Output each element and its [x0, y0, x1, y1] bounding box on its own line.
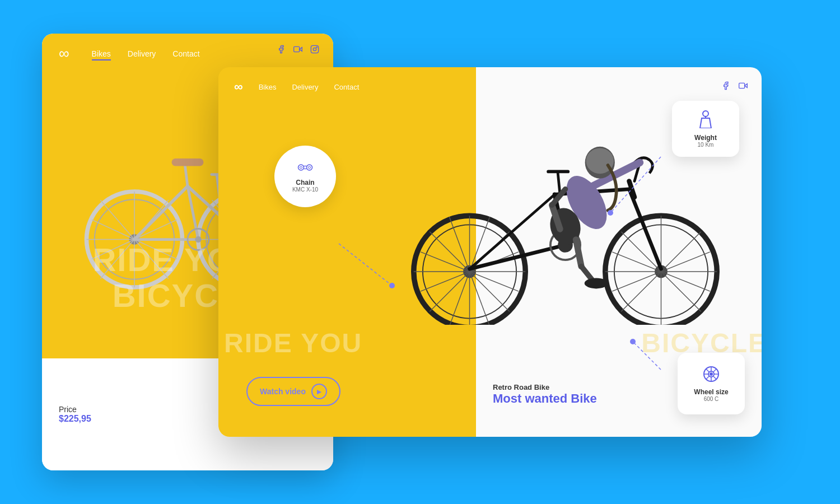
chain-title: Chain	[296, 179, 314, 186]
wheel-subtitle: 600 C	[704, 396, 719, 402]
front-nav-delivery[interactable]: Delivery	[292, 83, 318, 91]
chain-icon	[297, 161, 314, 176]
svg-line-66	[629, 189, 661, 269]
product-title: Most wanted Bike	[493, 391, 597, 406]
svg-rect-1	[294, 46, 300, 52]
product-info: Retro Road Bike Most wanted Bike	[493, 383, 597, 406]
back-logo: ∞	[59, 45, 69, 62]
svg-line-97	[706, 376, 709, 379]
price-label: Price	[59, 405, 91, 414]
svg-point-31	[298, 165, 304, 170]
svg-point-38	[389, 283, 395, 288]
svg-line-69	[558, 173, 560, 194]
front-card: ∞ Bikes Delivery Contact RIDE YOU Watch …	[218, 67, 762, 437]
weight-icon	[698, 110, 713, 132]
svg-point-34	[309, 166, 311, 169]
svg-point-80	[585, 278, 608, 288]
svg-line-25	[185, 165, 188, 186]
svg-point-33	[307, 165, 312, 170]
front-social-icons	[721, 81, 748, 92]
watch-video-button[interactable]: Watch video ▶	[246, 377, 340, 406]
wheel-icon	[703, 366, 720, 386]
svg-line-94	[706, 369, 709, 372]
instagram-icon-back[interactable]	[310, 45, 319, 56]
svg-rect-2	[311, 45, 318, 53]
facebook-icon-front[interactable]	[721, 81, 730, 92]
back-nav-contact[interactable]: Contact	[172, 49, 199, 58]
weight-tooltip: Weight 10 Km	[672, 101, 739, 157]
front-nav-contact[interactable]: Contact	[334, 83, 359, 91]
youtube-icon-front[interactable]	[739, 81, 748, 92]
svg-point-89	[710, 372, 713, 376]
front-card-right: BICYCLE	[476, 67, 762, 437]
svg-marker-39	[745, 84, 748, 88]
svg-point-4	[316, 47, 317, 48]
chain-tooltip: Chain KMC X-10	[274, 146, 336, 207]
svg-line-37	[339, 244, 392, 286]
svg-line-95	[713, 376, 716, 379]
svg-rect-40	[739, 83, 745, 88]
wheel-tooltip: Wheel size 600 C	[678, 353, 745, 414]
weight-subtitle: 10 Km	[698, 142, 714, 148]
svg-line-79	[581, 267, 592, 280]
facebook-icon-back[interactable]	[277, 45, 286, 56]
watch-video-label: Watch video	[260, 387, 306, 396]
svg-point-3	[313, 48, 316, 50]
product-subtitle: Retro Road Bike	[493, 383, 597, 391]
wheel-title: Wheel size	[694, 388, 728, 396]
svg-line-96	[713, 369, 716, 372]
weight-title: Weight	[694, 134, 717, 142]
front-nav-bikes[interactable]: Bikes	[259, 83, 277, 91]
youtube-icon-back[interactable]	[293, 45, 302, 56]
chain-subtitle: KMC X-10	[292, 186, 318, 193]
svg-point-83	[703, 111, 708, 116]
front-logo: ∞	[234, 80, 243, 94]
svg-marker-0	[300, 48, 302, 52]
front-nav: ∞ Bikes Delivery Contact	[218, 67, 476, 106]
price-value: $225,95	[59, 414, 91, 424]
play-icon: ▶	[311, 384, 327, 399]
back-nav-bikes[interactable]: Bikes	[92, 49, 111, 58]
back-nav-delivery[interactable]: Delivery	[128, 49, 156, 58]
svg-rect-26	[172, 158, 204, 166]
svg-point-32	[300, 166, 302, 169]
rider-image	[465, 157, 762, 370]
front-hero-text: RIDE YOU	[218, 328, 476, 358]
